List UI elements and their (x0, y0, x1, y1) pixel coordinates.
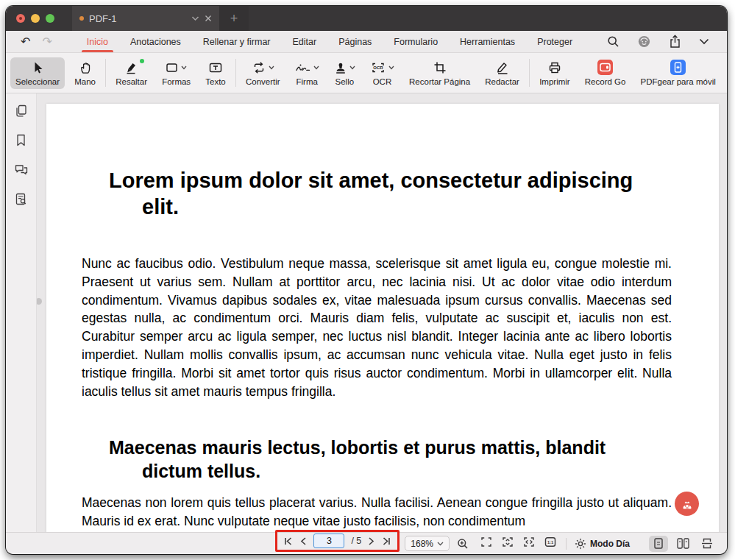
tab-editar[interactable]: Editar (282, 31, 328, 52)
document-search-icon[interactable] (14, 192, 28, 209)
shapes-button[interactable]: Formas (157, 57, 196, 89)
collapse-toolbar-chevron-icon[interactable] (699, 38, 709, 45)
toolbar: Seleccionar Mano Resaltar Formas (6, 53, 727, 93)
panel-resize-handle[interactable] (37, 298, 42, 305)
fit-height-icon[interactable] (502, 536, 514, 550)
tab-close-icon[interactable] (205, 15, 212, 22)
stamp-icon (334, 60, 347, 75)
unsaved-dot-icon (79, 16, 84, 21)
stamp-button[interactable]: Sello (329, 57, 361, 89)
bookmarks-icon[interactable] (14, 133, 28, 150)
fit-width-icon[interactable] (523, 536, 535, 550)
undo-icon[interactable]: ↶ (21, 35, 30, 49)
first-page-button[interactable] (283, 536, 293, 546)
print-button[interactable]: Imprimir (534, 57, 575, 89)
signature-button[interactable]: Firma (290, 57, 324, 89)
tab-proteger[interactable]: Proteger (526, 31, 583, 52)
new-tab-button[interactable]: + (219, 6, 249, 31)
record-go-button[interactable]: Record Go (580, 57, 631, 89)
tab-paginas[interactable]: Páginas (327, 31, 383, 52)
signature-icon (295, 60, 311, 75)
mobile-phone-icon (670, 60, 686, 75)
convert-arrows-icon (252, 60, 266, 75)
single-page-view-button[interactable] (649, 536, 668, 552)
tab-formulario[interactable]: Formulario (383, 31, 449, 52)
cursor-icon (30, 60, 45, 75)
day-mode-toggle[interactable]: Modo Día (575, 538, 630, 550)
highlight-active-dot (140, 59, 144, 63)
tab-anotaciones[interactable]: Anotaciones (119, 31, 192, 52)
main-area: Lorem ipsum dolor sit amet, consectetur … (6, 93, 727, 532)
crop-page-button[interactable]: Recortar Página (404, 57, 475, 89)
document-heading-2: Maecenas mauris lectus, lobortis et puru… (46, 436, 719, 483)
statusbar-separator (566, 538, 567, 550)
next-page-button[interactable] (368, 536, 375, 546)
search-icon[interactable] (607, 35, 619, 48)
sun-icon (575, 538, 586, 550)
page-thumbnails-icon[interactable] (14, 104, 28, 121)
shape-square-icon (166, 60, 179, 75)
comments-icon[interactable] (14, 163, 29, 180)
hand-icon (78, 60, 93, 75)
zoom-window-button[interactable] (46, 14, 54, 23)
redo-icon[interactable]: ↷ (42, 35, 52, 49)
day-mode-label: Modo Día (590, 539, 630, 549)
support-icon[interactable] (637, 35, 651, 49)
view-mode-controls (649, 536, 717, 552)
chevron-down-icon (437, 542, 444, 546)
document-heading-1: Lorem ipsum dolor sit amet, consectetur … (46, 167, 719, 220)
continuous-scroll-icon (700, 537, 714, 550)
redact-pen-icon (495, 60, 510, 75)
tab-inicio[interactable]: Inicio (76, 31, 119, 52)
ai-assistant-button[interactable] (675, 492, 699, 516)
convert-button[interactable]: Convertir (241, 57, 285, 89)
app-window: PDF-1 + ↶ ↷ Inicio Anotaciones Rellenar … (6, 6, 727, 554)
document-viewport[interactable]: Lorem ipsum dolor sit amet, consectetur … (37, 93, 727, 532)
highlight-button[interactable]: Resaltar (110, 57, 152, 89)
zoom-level-select[interactable]: 168% (405, 536, 450, 551)
tab-chevron-down-icon[interactable] (191, 15, 199, 21)
toolbar-separator (235, 59, 236, 87)
robot-icon (679, 496, 695, 512)
chevron-down-icon (349, 65, 355, 70)
single-page-icon (652, 537, 665, 550)
menu-bar: ↶ ↷ Inicio Anotaciones Rellenar y firmar… (6, 31, 727, 53)
last-page-button[interactable] (382, 536, 391, 546)
document-paragraph-2: Maecenas non lorem quis tellus placerat … (46, 494, 719, 531)
crop-icon (433, 60, 447, 75)
chevron-down-icon (313, 65, 319, 70)
continuous-scroll-view-button[interactable] (697, 536, 717, 552)
svg-text:OCR: OCR (373, 65, 383, 70)
zoom-level-value: 168% (411, 539, 433, 549)
chevron-down-icon (269, 65, 274, 70)
zoom-in-icon[interactable] (457, 538, 469, 550)
two-page-view-button[interactable] (673, 536, 692, 552)
fit-page-icon[interactable] (480, 536, 492, 550)
toolbar-separator (105, 59, 106, 87)
minimize-window-button[interactable] (31, 14, 40, 23)
tab-herramientas[interactable]: Herramientas (449, 31, 526, 52)
traffic-lights (6, 6, 65, 31)
page-navigation-group-highlighted: / 5 (275, 530, 400, 552)
tab-rellenar-y-firmar[interactable]: Rellenar y firmar (192, 31, 282, 52)
left-panel-bar (6, 93, 37, 532)
select-tool-button[interactable]: Seleccionar (10, 57, 65, 89)
status-bar: / 5 168% 1:1 (6, 532, 727, 554)
page-total-label: / 5 (351, 536, 361, 546)
document-tab[interactable]: PDF-1 (72, 6, 219, 31)
toolbar-separator (529, 59, 530, 87)
record-go-icon (597, 60, 613, 75)
hand-tool-button[interactable]: Mano (69, 57, 101, 89)
text-button[interactable]: Texto (200, 57, 231, 89)
chevron-down-icon (388, 65, 394, 70)
share-icon[interactable] (669, 35, 681, 49)
svg-text:1:1: 1:1 (547, 540, 553, 545)
pdf-page: Lorem ipsum dolor sit amet, consectetur … (46, 104, 719, 532)
pdfgear-mobile-button[interactable]: PDFgear para móvil (636, 57, 721, 89)
redact-button[interactable]: Redactar (480, 57, 525, 89)
page-number-input[interactable] (313, 534, 344, 548)
actual-size-icon[interactable]: 1:1 (544, 536, 556, 550)
previous-page-button[interactable] (299, 536, 307, 546)
ocr-button[interactable]: OCR OCR (365, 57, 400, 89)
close-window-button[interactable] (16, 14, 25, 23)
